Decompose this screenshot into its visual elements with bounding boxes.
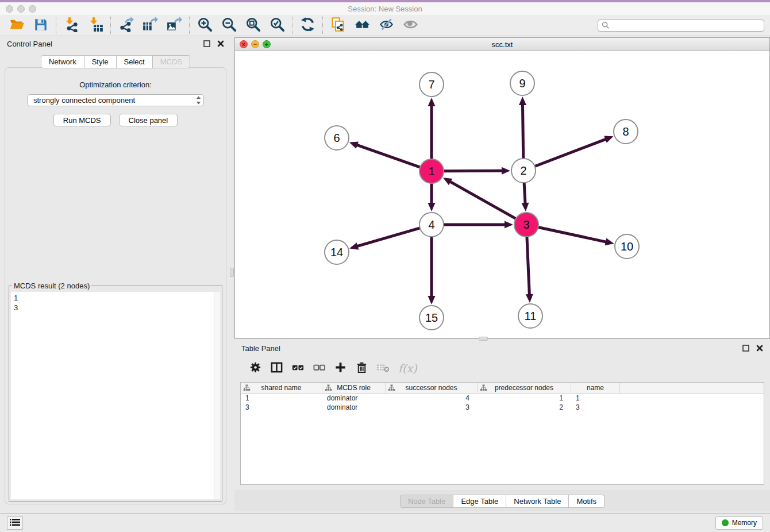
mcds-result-box[interactable]: 1 3 bbox=[11, 292, 220, 499]
graph-edge-3-11[interactable] bbox=[527, 237, 529, 295]
zoom-selected-button[interactable] bbox=[265, 16, 289, 34]
network-canvas[interactable]: 7968124314101511 bbox=[235, 51, 769, 338]
close-panel-button[interactable] bbox=[217, 40, 224, 47]
search-box[interactable] bbox=[598, 20, 764, 32]
delete-table-button[interactable] bbox=[372, 359, 394, 377]
tab-network[interactable]: Network bbox=[41, 55, 84, 68]
graph-edge-1-2[interactable] bbox=[444, 171, 503, 171]
column-header-MCDS-role[interactable]: MCDS role bbox=[322, 383, 386, 393]
show-columns-icon bbox=[270, 361, 283, 376]
table-cell[interactable]: dominator bbox=[322, 394, 386, 402]
table-settings-button[interactable] bbox=[245, 359, 266, 377]
tab-style[interactable]: Style bbox=[84, 55, 117, 68]
tab-mcds[interactable]: MCDS bbox=[153, 55, 190, 68]
import-table-button[interactable] bbox=[83, 16, 107, 34]
tab-node-table[interactable]: Node Table bbox=[400, 495, 454, 508]
column-tree-icon bbox=[243, 384, 251, 393]
search-icon bbox=[602, 21, 609, 31]
table-cell[interactable]: 3 bbox=[241, 403, 322, 411]
memory-label: Memory bbox=[732, 519, 757, 527]
create-column-button[interactable] bbox=[330, 359, 351, 377]
export-table-button[interactable] bbox=[138, 16, 162, 34]
table-cell[interactable]: 2 bbox=[478, 403, 571, 411]
deselect-all-columns-button[interactable] bbox=[309, 359, 330, 377]
table-panel: Table Panel f(x) shared nameMCDS rolesuc… bbox=[234, 341, 770, 511]
open-session-button[interactable] bbox=[5, 16, 29, 34]
graph-edge-arrowhead bbox=[521, 203, 529, 211]
save-session-button[interactable] bbox=[29, 16, 53, 34]
graph-node-label: 2 bbox=[520, 164, 526, 177]
mcds-result-title: MCDS result (2 nodes) bbox=[12, 282, 91, 290]
table-cell[interactable]: 1 bbox=[241, 394, 322, 402]
refresh-network-button[interactable] bbox=[295, 16, 319, 34]
zoom-fit-button[interactable] bbox=[241, 16, 265, 34]
memory-button[interactable]: Memory bbox=[715, 516, 763, 530]
network-minimize-button[interactable]: − bbox=[251, 40, 259, 48]
zoom-in-button[interactable] bbox=[192, 16, 217, 34]
toolbar-separator bbox=[110, 17, 111, 34]
graph-edge-2-9[interactable] bbox=[522, 104, 523, 159]
main-toolbar bbox=[0, 15, 770, 36]
table-row[interactable]: 1dominator411 bbox=[241, 394, 764, 403]
clone-network-button[interactable] bbox=[326, 16, 350, 34]
graph-edge-2-3[interactable] bbox=[524, 183, 525, 204]
table-panel-title: Table Panel bbox=[241, 344, 280, 353]
column-header-shared-name[interactable]: shared name bbox=[241, 383, 322, 393]
zoom-out-icon bbox=[221, 17, 237, 34]
column-header-predecessor-nodes[interactable]: predecessor nodes bbox=[478, 383, 571, 393]
tab-edge-table[interactable]: Edge Table bbox=[453, 495, 506, 508]
close-table-panel-button[interactable] bbox=[756, 345, 763, 352]
float-panel-button[interactable] bbox=[203, 40, 210, 47]
search-input[interactable] bbox=[611, 22, 760, 30]
function-builder-button[interactable]: f(x) bbox=[398, 362, 417, 375]
graph-node-label: 8 bbox=[622, 125, 629, 138]
close-panel-button-inline[interactable]: Close panel bbox=[119, 114, 178, 126]
graph-node-label: 6 bbox=[333, 132, 340, 144]
home-button[interactable] bbox=[350, 16, 374, 34]
export-image-button[interactable] bbox=[162, 16, 186, 34]
control-panel-title: Control Panel bbox=[7, 40, 52, 48]
column-header-successor-nodes[interactable]: successor nodes bbox=[386, 383, 478, 393]
vertical-splitter-handle[interactable] bbox=[230, 268, 234, 277]
column-label: name bbox=[587, 384, 604, 392]
select-all-columns-button[interactable] bbox=[287, 359, 309, 377]
horizontal-splitter-handle[interactable] bbox=[479, 337, 488, 341]
column-header-name[interactable]: name bbox=[571, 383, 620, 393]
tab-motifs[interactable]: Motifs bbox=[569, 495, 605, 508]
tab-network-table[interactable]: Network Table bbox=[506, 495, 569, 508]
export-network-button[interactable] bbox=[114, 16, 138, 34]
hide-graphics-details-button[interactable] bbox=[374, 16, 398, 34]
zoom-out-button[interactable] bbox=[217, 16, 241, 34]
network-window-titlebar[interactable]: × − + scc.txt bbox=[235, 38, 769, 51]
network-close-button[interactable]: × bbox=[240, 40, 248, 48]
graph-edge-4-14[interactable] bbox=[357, 228, 420, 246]
graph-edge-3-1[interactable] bbox=[449, 182, 515, 219]
result-scrollbar[interactable] bbox=[214, 292, 220, 499]
graph-node-label: 9 bbox=[519, 77, 525, 90]
graph-edge-2-8[interactable] bbox=[535, 139, 607, 167]
optimization-criterion-select[interactable]: strongly connected component bbox=[27, 94, 204, 106]
show-columns-button[interactable] bbox=[266, 359, 287, 377]
graph-edge-1-6[interactable] bbox=[356, 145, 420, 167]
import-network-button[interactable] bbox=[59, 16, 83, 34]
table-cell[interactable]: 1 bbox=[571, 394, 620, 402]
tab-select[interactable]: Select bbox=[117, 55, 153, 68]
table-cell[interactable]: 3 bbox=[386, 403, 478, 411]
table-cell[interactable]: 1 bbox=[478, 394, 571, 402]
show-task-history-button[interactable] bbox=[7, 516, 23, 530]
table-cell[interactable]: dominator bbox=[322, 403, 386, 411]
table-cell[interactable]: 3 bbox=[571, 403, 620, 411]
delete-columns-button[interactable] bbox=[351, 359, 372, 377]
run-mcds-button[interactable]: Run MCDS bbox=[53, 114, 111, 126]
table-cell[interactable]: 4 bbox=[386, 394, 478, 402]
birds-eye-view-button[interactable] bbox=[398, 16, 422, 34]
table-row[interactable]: 3dominator323 bbox=[241, 403, 764, 412]
toolbar-separator bbox=[56, 17, 56, 34]
graph-node-label: 15 bbox=[425, 311, 438, 324]
float-table-panel-button[interactable] bbox=[742, 345, 749, 352]
network-maximize-button[interactable]: + bbox=[263, 40, 271, 48]
save-session-icon bbox=[33, 17, 48, 34]
column-label: shared name bbox=[261, 384, 301, 392]
graph-edge-3-10[interactable] bbox=[538, 227, 607, 242]
delete-table-icon bbox=[376, 361, 390, 376]
